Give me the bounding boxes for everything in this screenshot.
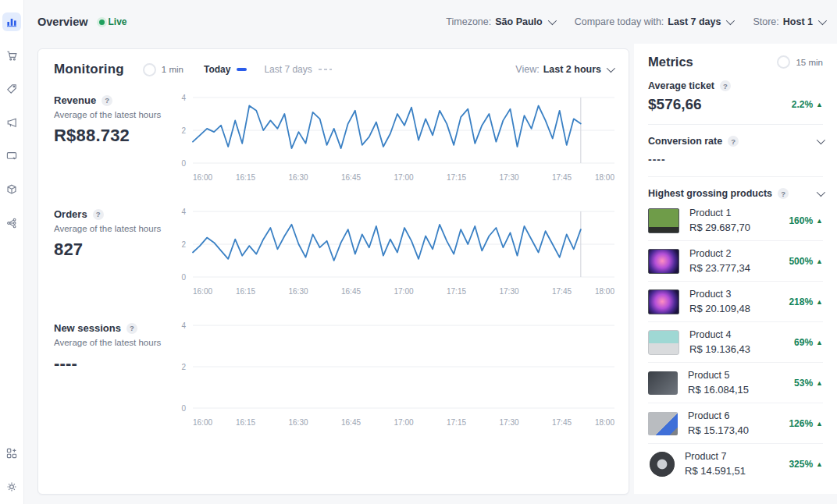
view-range-dropdown[interactable]: View: Last 2 hours xyxy=(515,64,613,75)
product-row[interactable]: Product 3 R$ 20.109,48 218% ▲ xyxy=(648,281,823,321)
revenue-info: Revenue ? Average of the latest hours R$… xyxy=(54,93,173,188)
svg-text:18:00: 18:00 xyxy=(595,418,614,427)
product-thumbnail xyxy=(648,330,679,355)
product-info: Product 6 R$ 15.173,40 xyxy=(688,410,789,436)
svg-text:2: 2 xyxy=(181,240,186,249)
svg-text:16:30: 16:30 xyxy=(288,287,308,296)
chevron-down-icon xyxy=(607,64,615,73)
product-info: Product 3 R$ 20.109,48 xyxy=(689,289,789,314)
product-info: Product 4 R$ 19.136,43 xyxy=(689,329,794,355)
chevron-down-icon xyxy=(818,16,827,25)
product-name: Product 3 xyxy=(689,289,789,300)
help-icon[interactable]: ? xyxy=(126,323,137,334)
refresh-interval-label: 1 min xyxy=(162,65,183,74)
metrics-panel: Metrics 15 min Average ticket ? $576,66 … xyxy=(634,44,837,494)
new-sessions-section: New sessions ? Average of the latest hou… xyxy=(54,321,613,433)
product-row[interactable]: Product 7 R$ 14.591,51 325% ▲ xyxy=(648,443,823,484)
svg-text:17:00: 17:00 xyxy=(394,418,413,427)
product-row[interactable]: Product 6 R$ 15.173,40 126% ▲ xyxy=(648,403,823,443)
svg-text:18:00: 18:00 xyxy=(595,287,614,296)
tag-icon xyxy=(5,83,18,95)
sidebar-item-settings[interactable] xyxy=(2,477,21,496)
product-price: R$ 20.109,48 xyxy=(689,303,789,314)
compare-dropdown[interactable]: Compare today with: Last 7 days xyxy=(575,16,733,27)
network-icon xyxy=(5,217,18,229)
compare-line-swatch xyxy=(319,69,332,71)
product-name: Product 7 xyxy=(685,451,789,462)
legend-compare-label: Last 7 days xyxy=(264,64,312,75)
sidebar-item-integrations[interactable] xyxy=(2,214,21,232)
orders-section: Orders ? Average of the latest hours 827… xyxy=(54,207,613,302)
product-delta: 53% ▲ xyxy=(794,378,823,389)
product-price: R$ 16.084,15 xyxy=(688,384,794,396)
chevron-down-icon[interactable] xyxy=(817,188,825,197)
view-value: Last 2 hours xyxy=(543,64,601,75)
svg-text:0: 0 xyxy=(181,404,186,413)
svg-text:16:45: 16:45 xyxy=(341,287,361,296)
product-info: Product 7 R$ 14.591,51 xyxy=(685,451,789,477)
metrics-refresh-radio[interactable]: 15 min xyxy=(777,55,823,69)
sidebar-item-catalog[interactable] xyxy=(2,180,21,199)
highest-grossing-block: Highest grossing products ? Product 1 R$… xyxy=(648,188,823,484)
store-dropdown[interactable]: Store: Host 1 xyxy=(753,16,825,27)
product-row[interactable]: Product 1 R$ 29.687,70 160% ▲ xyxy=(648,201,823,240)
product-name: Product 6 xyxy=(688,410,789,421)
sidebar-item-orders[interactable] xyxy=(2,46,21,65)
product-thumbnail xyxy=(648,412,678,435)
chart-legend: Today Last 7 days xyxy=(204,64,332,75)
orders-chart-area: 02416:0016:1516:3016:4517:0017:1517:3017… xyxy=(173,207,613,302)
chevron-down-icon xyxy=(726,16,735,25)
up-arrow-icon: ▲ xyxy=(816,257,823,265)
box-icon xyxy=(5,183,18,196)
product-name: Product 2 xyxy=(689,248,789,259)
svg-text:17:30: 17:30 xyxy=(499,287,518,296)
refresh-interval-radio[interactable]: 1 min xyxy=(143,63,183,76)
orders-chart[interactable]: 02416:0016:1516:3016:4517:0017:1517:3017… xyxy=(173,207,619,299)
svg-text:4: 4 xyxy=(181,321,186,330)
svg-text:16:15: 16:15 xyxy=(236,287,255,296)
sidebar-item-promotions[interactable] xyxy=(2,80,21,98)
average-ticket-label: Average ticket xyxy=(648,80,714,91)
timezone-dropdown[interactable]: Timezone: São Paulo xyxy=(446,16,554,27)
conversion-rate-block: Conversion rate ? ---- xyxy=(648,136,823,165)
revenue-subtitle: Average of the latest hours xyxy=(54,110,173,119)
help-icon[interactable]: ? xyxy=(778,188,789,199)
svg-text:17:00: 17:00 xyxy=(394,173,413,182)
product-row[interactable]: Product 5 R$ 16.084,15 53% ▲ xyxy=(648,362,823,403)
help-icon[interactable]: ? xyxy=(102,95,112,106)
product-name: Product 5 xyxy=(688,370,794,381)
svg-text:0: 0 xyxy=(181,273,186,282)
sidebar-item-apps[interactable] xyxy=(2,444,21,463)
svg-text:17:45: 17:45 xyxy=(552,173,572,182)
orders-info: Orders ? Average of the latest hours 827 xyxy=(54,207,173,302)
up-arrow-icon: ▲ xyxy=(816,298,823,306)
sidebar-item-analytics[interactable] xyxy=(2,12,21,31)
product-row[interactable]: Product 4 R$ 19.136,43 69% ▲ xyxy=(648,321,823,362)
dashboard-app: Overview Live Timezone: São Paulo Compar… xyxy=(0,0,837,504)
orders-value: 827 xyxy=(54,240,173,260)
screen-share-icon xyxy=(5,150,18,162)
help-icon[interactable]: ? xyxy=(93,209,104,220)
product-info: Product 5 R$ 16.084,15 xyxy=(688,370,794,396)
svg-text:17:15: 17:15 xyxy=(447,173,466,182)
svg-text:17:15: 17:15 xyxy=(447,287,466,296)
monitoring-title: Monitoring xyxy=(54,62,124,77)
help-icon[interactable]: ? xyxy=(720,80,731,91)
product-delta-value: 500% xyxy=(789,256,813,267)
revenue-chart[interactable]: 02416:0016:1516:3016:4517:0017:1517:3017… xyxy=(173,93,619,185)
sidebar-item-marketing[interactable] xyxy=(2,113,21,132)
product-row[interactable]: Product 2 R$ 23.777,34 500% ▲ xyxy=(648,240,823,281)
svg-text:4: 4 xyxy=(181,94,186,102)
orders-title: Orders xyxy=(54,208,87,220)
help-icon[interactable]: ? xyxy=(728,136,739,147)
live-badge: Live xyxy=(99,16,127,27)
store-label: Store: xyxy=(753,16,778,27)
product-delta: 160% ▲ xyxy=(789,215,823,226)
revenue-section: Revenue ? Average of the latest hours R$… xyxy=(54,93,613,188)
new-sessions-value: ---- xyxy=(54,353,173,374)
new-sessions-chart[interactable]: 02416:0016:1516:3016:4517:0017:1517:3017… xyxy=(173,321,619,430)
sidebar-item-storefront[interactable] xyxy=(2,147,21,165)
svg-text:2: 2 xyxy=(181,126,186,135)
top-controls: Timezone: São Paulo Compare today with: … xyxy=(446,16,825,27)
chevron-down-icon[interactable] xyxy=(817,136,825,144)
